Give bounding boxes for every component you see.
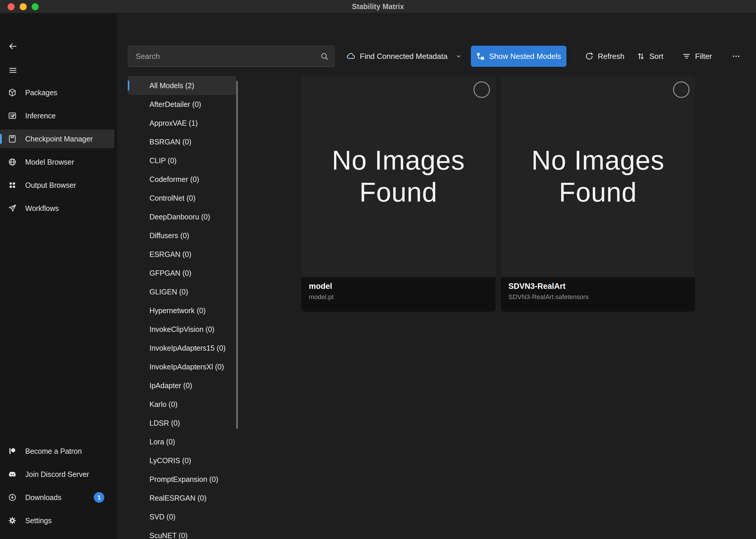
category-label: ESRGAN (0) xyxy=(149,250,191,259)
search-input[interactable] xyxy=(135,51,320,61)
category-item[interactable]: CLIP (0) xyxy=(128,151,236,170)
sidebar-item-packages[interactable]: Packages xyxy=(0,83,114,102)
show-nested-models-label: Show Nested Models xyxy=(489,52,561,61)
sidebar-item-label: Become a Patron xyxy=(25,447,82,455)
category-label: GFPGAN (0) xyxy=(149,269,191,277)
model-card[interactable]: No Images Found model model.pt xyxy=(301,76,495,312)
toolbar-divider xyxy=(574,50,575,62)
more-options-button[interactable] xyxy=(727,46,745,67)
category-item[interactable]: ApproxVAE (1) xyxy=(128,114,236,132)
category-item[interactable]: Hypernetwork (0) xyxy=(128,301,236,320)
category-label: IpAdapter (0) xyxy=(149,381,192,390)
category-item[interactable]: LyCORIS (0) xyxy=(128,451,236,470)
category-label: CLIP (0) xyxy=(149,156,177,165)
sidebar-item-model-browser[interactable]: Model Browser xyxy=(0,153,114,171)
sidebar-item-inference[interactable]: Inference xyxy=(0,106,114,125)
downloads-count-badge: 1 xyxy=(94,492,104,503)
category-item[interactable]: RealESRGAN (0) xyxy=(128,489,236,507)
category-label: LyCORIS (0) xyxy=(149,456,191,465)
find-connected-metadata-label: Find Connected Metadata xyxy=(360,52,448,61)
show-nested-models-button[interactable]: Show Nested Models xyxy=(471,46,566,67)
category-item[interactable]: AfterDetailer (0) xyxy=(128,95,236,114)
no-images-placeholder: No Images Found xyxy=(532,144,665,208)
cloud-metadata-icon xyxy=(346,51,356,61)
category-label: Codeformer (0) xyxy=(149,175,199,184)
category-item[interactable]: ESRGAN (0) xyxy=(128,245,236,264)
category-item[interactable]: Codeformer (0) xyxy=(128,170,236,189)
close-window-button[interactable] xyxy=(8,3,15,10)
minimize-window-button[interactable] xyxy=(20,3,27,10)
back-button[interactable] xyxy=(6,39,20,53)
sidebar-item-label: Settings xyxy=(25,516,51,525)
back-arrow-icon xyxy=(8,41,18,51)
find-connected-metadata-button[interactable]: Find Connected Metadata xyxy=(346,46,448,67)
category-item[interactable]: InvokeClipVision (0) xyxy=(128,320,236,339)
model-card-preview: No Images Found xyxy=(301,76,495,277)
category-item[interactable]: Diffusers (0) xyxy=(128,226,236,245)
category-label: SVD (0) xyxy=(149,513,176,521)
category-label: DeepDanbooru (0) xyxy=(149,213,210,221)
globe-icon xyxy=(8,157,17,167)
sort-label: Sort xyxy=(649,52,663,61)
traffic-lights xyxy=(8,3,39,10)
category-item[interactable]: PromptExpansion (0) xyxy=(128,470,236,489)
category-item[interactable]: LDSR (0) xyxy=(128,414,236,432)
model-title: SDVN3-RealArt xyxy=(508,282,687,291)
hamburger-icon xyxy=(9,66,17,75)
category-label: LDSR (0) xyxy=(149,419,180,427)
paper-plane-icon xyxy=(8,203,17,213)
category-item[interactable]: Lora (0) xyxy=(128,432,236,451)
model-filename: model.pt xyxy=(309,293,488,301)
category-label: InvokeIpAdapters15 (0) xyxy=(149,344,226,352)
find-metadata-dropdown-button[interactable] xyxy=(451,46,466,67)
checkpoint-icon xyxy=(8,134,17,143)
category-item[interactable]: ControlNet (0) xyxy=(128,189,236,207)
sidebar-item-join-discord[interactable]: Join Discord Server xyxy=(0,465,114,484)
category-item[interactable]: SVD (0) xyxy=(128,507,236,526)
zoom-window-button[interactable] xyxy=(32,3,39,10)
category-item[interactable]: DeepDanbooru (0) xyxy=(128,207,236,226)
sidebar-item-output-browser[interactable]: Output Browser xyxy=(0,176,114,194)
sort-button[interactable]: Sort xyxy=(636,46,663,67)
category-label: AfterDetailer (0) xyxy=(149,100,201,109)
sidebar-item-become-patron[interactable]: Become a Patron xyxy=(0,442,114,460)
titlebar: Stability Matrix xyxy=(0,0,756,14)
hamburger-menu-button[interactable] xyxy=(6,63,20,77)
category-label: RealESRGAN (0) xyxy=(149,494,207,502)
refresh-button[interactable]: Refresh xyxy=(585,46,625,67)
filter-button[interactable]: Filter xyxy=(682,46,712,67)
category-item[interactable]: All Models (2) xyxy=(128,76,236,95)
sidebar-nav: Packages Inference Checkpoint Manager Mo… xyxy=(0,83,117,222)
category-item[interactable]: ScuNET (0) xyxy=(128,526,236,539)
search-icon xyxy=(320,52,329,61)
sidebar-item-workflows[interactable]: Workflows xyxy=(0,199,114,218)
category-item[interactable]: GFPGAN (0) xyxy=(128,264,236,282)
sidebar-item-label: Packages xyxy=(25,89,57,97)
category-label: PromptExpansion (0) xyxy=(149,475,218,484)
category-list-scrollbar[interactable] xyxy=(236,81,238,429)
model-card-footer: model model.pt xyxy=(301,277,495,312)
category-item[interactable]: GLIGEN (0) xyxy=(128,282,236,301)
package-icon xyxy=(8,88,17,97)
sidebar-item-settings[interactable]: Settings xyxy=(0,511,114,530)
sort-icon xyxy=(636,52,645,61)
sidebar-item-downloads[interactable]: Downloads 1 xyxy=(0,488,114,507)
sidebar-footer: Become a Patron Join Discord Server Down… xyxy=(0,442,117,534)
patreon-icon xyxy=(8,446,17,456)
category-label: Lora (0) xyxy=(149,438,175,446)
category-item[interactable]: InvokeIpAdaptersXl (0) xyxy=(128,357,236,376)
model-select-checkbox[interactable] xyxy=(473,81,490,98)
category-item[interactable]: BSRGAN (0) xyxy=(128,132,236,151)
sidebar-item-checkpoint-manager[interactable]: Checkpoint Manager xyxy=(0,129,114,148)
model-card[interactable]: No Images Found SDVN3-RealArt SDVN3-Real… xyxy=(501,76,695,312)
category-item[interactable]: InvokeIpAdapters15 (0) xyxy=(128,339,236,357)
filter-icon xyxy=(682,52,691,61)
category-label: Diffusers (0) xyxy=(149,231,189,240)
model-select-checkbox[interactable] xyxy=(673,81,690,98)
category-item[interactable]: Karlo (0) xyxy=(128,395,236,414)
category-label: BSRGAN (0) xyxy=(149,138,191,146)
more-icon xyxy=(732,52,740,61)
sidebar-item-label: Checkpoint Manager xyxy=(25,135,93,143)
category-item[interactable]: IpAdapter (0) xyxy=(128,376,236,395)
model-card-preview: No Images Found xyxy=(501,76,695,277)
